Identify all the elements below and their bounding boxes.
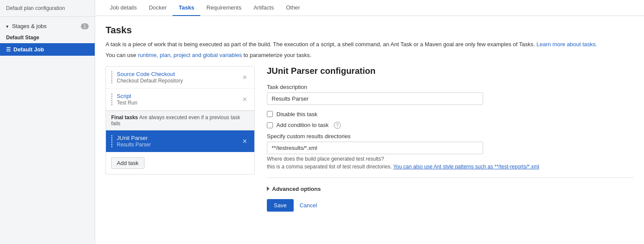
task-description-input[interactable] [267,92,483,105]
hint2-link[interactable]: You can also use Ant style patterns such… [393,164,539,170]
task-layout: Source Code Checkout Checkout Default Re… [106,66,634,235]
page-description: A task is a piece of work that is being … [106,40,634,49]
tab-job-details[interactable]: Job details [104,0,143,16]
task-item-info: JUnit Parser Results Parser [117,135,237,148]
disable-task-row: Disable this task [267,111,634,117]
task-item-info: Script Test Run [117,93,237,106]
condition-help-icon[interactable]: ? [334,122,341,129]
tab-docker[interactable]: Docker [143,0,173,16]
custom-results-input[interactable] [267,142,483,154]
main-content: Job detailsDockerTasksRequirementsArtifa… [95,0,644,244]
task-item-title: JUnit Parser [117,135,237,141]
advanced-options-toggle[interactable]: Advanced options [267,186,634,192]
chevron-right-icon [267,187,269,191]
task-item-info: Source Code Checkout Checkout Default Re… [117,71,237,84]
tab-tasks[interactable]: Tasks [173,0,200,16]
sidebar-item-stages-jobs[interactable]: ▾ Stages & jobs 1 [0,20,95,32]
tab-other[interactable]: Other [280,0,306,16]
sidebar-default-stage: Default Stage [0,32,95,43]
task-item-remove-button[interactable]: ✕ [240,95,249,104]
task-item-junit-parser[interactable]: JUnit Parser Results Parser ✕ [106,130,254,152]
drag-handle [111,71,112,83]
tab-requirements[interactable]: Requirements [200,0,247,16]
task-item-title: Script [117,93,237,99]
task-item-subtitle: Checkout Default Repository [117,78,237,84]
sidebar: Default plan configuration ▾ Stages & jo… [0,0,95,244]
learn-more-link[interactable]: Learn more about tasks. [537,41,597,48]
custom-results-label: Specify custom results directories [267,133,634,139]
variables-link[interactable]: runtime, plan, project and global variab… [138,52,242,58]
sidebar-default-job[interactable]: ☰ Default Job [0,43,95,56]
task-item-title: Source Code Checkout [117,71,237,77]
task-list: Source Code Checkout Checkout Default Re… [106,66,255,174]
cancel-button[interactable]: Cancel [298,199,319,212]
drag-handle [111,135,112,147]
task-item-remove-button[interactable]: ✕ [240,137,249,146]
task-item-script[interactable]: Script Test Run ✕ [106,89,254,111]
task-item-subtitle: Results Parser [117,142,237,148]
add-condition-label[interactable]: Add condition to task [276,122,329,128]
content-area: Tasks A task is a piece of work that is … [95,16,644,244]
variables-line: You can use runtime, plan, project and g… [106,52,634,58]
stages-jobs-label: ▾ Stages & jobs [6,23,47,29]
section-divider [267,177,634,178]
task-item-source-code-checkout[interactable]: Source Code Checkout Checkout Default Re… [106,67,254,89]
sidebar-job-label: Default Job [13,46,44,53]
tab-artifacts[interactable]: Artifacts [247,0,280,16]
task-item-remove-button[interactable]: ✕ [240,73,249,82]
job-list-icon: ☰ [6,47,11,53]
disable-task-checkbox[interactable] [267,111,273,117]
disable-task-label[interactable]: Disable this task [276,111,317,117]
page-title: Tasks [106,25,634,36]
custom-results-group: Specify custom results directories Where… [267,133,634,170]
add-task-button[interactable]: Add task [111,157,144,169]
stages-jobs-badge: 1 [81,23,89,29]
add-condition-row: Add condition to task ? [267,122,634,129]
button-row: Save Cancel [267,199,634,212]
final-tasks-label: Final tasks [111,114,138,120]
add-condition-checkbox[interactable] [267,122,273,128]
task-description-group: Task description [267,84,634,105]
tabs-bar: Job detailsDockerTasksRequirementsArtifa… [95,0,644,16]
save-button[interactable]: Save [267,199,294,212]
task-description-label: Task description [267,84,634,90]
drag-handle [111,93,112,105]
task-item-subtitle: Test Run [117,100,237,106]
final-tasks-header: Final tasks Are always executed even if … [106,111,254,130]
sidebar-header: Default plan configuration [0,0,95,17]
hint1-text: Where does the build place generated tes… [267,156,634,162]
advanced-options-label: Advanced options [272,186,321,192]
config-title: JUnit Parser configuration [267,66,634,76]
active-indicator [106,130,108,152]
hint2-text: this is a comma separated list of test r… [267,164,634,170]
config-panel: JUnit Parser configuration Task descript… [255,66,634,235]
